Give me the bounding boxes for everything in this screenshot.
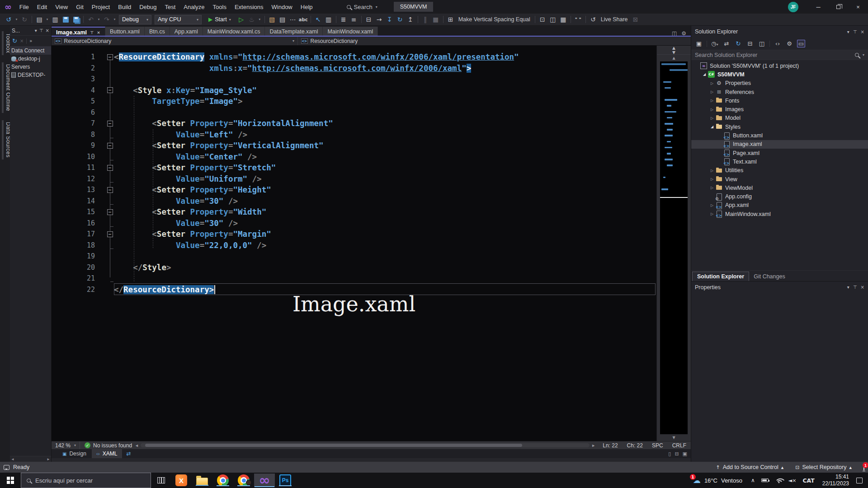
code-line-6[interactable]: 6 (52, 107, 656, 118)
restart-icon[interactable]: ↻ (395, 14, 405, 25)
pending-changes-filter-icon[interactable]: ◷▾ (711, 40, 719, 47)
enable-selection-icon[interactable]: ↖ (313, 14, 323, 25)
code-line-15[interactable]: 15− <Setter Property="Width" (52, 206, 656, 218)
pin-icon[interactable]: ⊤ (853, 285, 857, 290)
restore-button[interactable] (828, 0, 848, 14)
tree-item-model[interactable]: ▷Model (691, 114, 868, 122)
dropdown-caret-icon[interactable]: ▾ (45, 14, 50, 25)
code-line-13[interactable]: 13− <Setter Property="Height" (52, 184, 656, 196)
tree-item-properties[interactable]: ▷⚙Properties (691, 79, 868, 88)
pin-icon[interactable]: ⊤ (853, 29, 857, 34)
menu-build[interactable]: Build (114, 0, 135, 14)
server-item-servers[interactable]: Servers (10, 63, 51, 71)
document-window-icon[interactable]: ▤ (278, 14, 288, 25)
menu-test[interactable]: Test (160, 0, 179, 14)
menu-extensions[interactable]: Extensions (231, 0, 268, 14)
fold-collapse-icon[interactable]: − (107, 231, 113, 237)
properties-icon[interactable]: ⚙ (785, 40, 793, 47)
refresh-icon[interactable]: ↻ (12, 38, 17, 44)
search-button[interactable]: Search ▾ (342, 2, 382, 12)
add-to-source-control-button[interactable]: ↑ Add to Source Control ▴ (716, 464, 784, 470)
wifi-icon[interactable] (772, 478, 785, 483)
navigate-back-icon[interactable]: ↺ (4, 14, 14, 25)
code-line-9[interactable]: 9− <Setter Property="VerticalAlignment" (52, 140, 656, 151)
save-icon[interactable] (61, 14, 71, 25)
tab-button-xaml[interactable]: Button.xaml (105, 27, 145, 37)
expander-closed-icon[interactable]: ▷ (709, 90, 715, 94)
more-options-icon[interactable]: ⋯ (288, 14, 298, 25)
code-line-16[interactable]: 16 Value="30" /> (52, 218, 656, 229)
expander-closed-icon[interactable]: ▷ (709, 186, 715, 190)
menu-window[interactable]: Window (268, 0, 297, 14)
minimap[interactable] (660, 61, 688, 434)
view-code-icon[interactable]: ‹› (774, 40, 782, 47)
taskbar-app-xampp[interactable]: X (171, 474, 192, 486)
dropdown-caret-icon[interactable]: ▾ (112, 14, 117, 25)
code-line-7[interactable]: 7− <Setter Property="HorizontalAlignment… (52, 118, 656, 129)
code-line-4[interactable]: 4− <Style x:Key="Image_Style" (52, 85, 656, 96)
dropdown-caret-icon[interactable]: ▾ (96, 14, 101, 25)
expander-open-icon[interactable]: ◢ (702, 72, 707, 76)
expander-closed-icon[interactable]: ▷ (709, 108, 715, 112)
clock[interactable]: 15:41 22/11/2023 (818, 474, 854, 487)
zoom-dropdown[interactable]: 142 % ▾ (52, 441, 80, 449)
close-icon[interactable]: × (46, 28, 49, 33)
close-icon[interactable]: × (861, 29, 864, 34)
fold-collapse-icon[interactable]: − (107, 187, 113, 193)
code-line-2[interactable]: 2 xmlns:x="http://schemas.microsoft.com/… (52, 63, 656, 74)
taskbar-app-chrome[interactable] (212, 474, 233, 486)
code-line-19[interactable]: 19 (52, 251, 656, 262)
server-item-desktop-j[interactable]: desktop-j (10, 55, 51, 63)
code-line-14[interactable]: 14 Value="30" /> (52, 196, 656, 207)
solution-explorer-search[interactable]: Search Solution Explorer ▾ (691, 50, 868, 60)
chevron-down-icon[interactable]: ▾ (35, 28, 37, 33)
expander-closed-icon[interactable]: ▷ (709, 99, 715, 103)
menu-help[interactable]: Help (297, 0, 317, 14)
tab-design[interactable]: ▣ Design (58, 449, 91, 458)
news-weather-widget[interactable]: ☁ 1 16°C Ventoso (688, 476, 748, 485)
fold-collapse-icon[interactable]: − (107, 87, 113, 93)
hscrollbar-thumb[interactable] (145, 444, 522, 447)
stop-icon[interactable]: ■ (431, 14, 441, 25)
code-line-1[interactable]: 1−<ResourceDictionary xmlns="http://sche… (52, 52, 656, 63)
overflow-icon[interactable]: » (29, 38, 32, 43)
sync-with-active-document-icon[interactable]: ⇄ (722, 40, 731, 47)
scroll-right-icon[interactable]: ► (47, 457, 50, 461)
scroll-right-icon[interactable]: ► (591, 443, 595, 448)
fold-collapse-icon[interactable]: − (107, 54, 113, 60)
keyboard-language-indicator[interactable]: CAT (799, 477, 817, 484)
breadcrumb-member-dropdown[interactable]: <> ResourceDictionary (298, 37, 361, 45)
refresh-icon[interactable]: ↻ (734, 40, 742, 47)
tree-item-s50mvvm[interactable]: ◢C#S50MVVM (691, 70, 868, 79)
line-ending-indicator[interactable]: CRLF (668, 442, 691, 449)
vertical-spacing-icon[interactable]: ⊞ (446, 14, 456, 25)
tab-mainwindow-xaml[interactable]: MainWindow.xaml (323, 27, 378, 37)
tree-item-references[interactable]: ▷⊞References (691, 88, 868, 96)
solution-configurations-dropdown[interactable]: Debug▾ (119, 15, 151, 24)
tree-item-app-xaml[interactable]: ▷App.xaml (691, 201, 868, 210)
expander-closed-icon[interactable]: ▷ (709, 81, 715, 85)
open-file-icon[interactable]: ▥ (50, 14, 60, 25)
vertical-split-icon[interactable]: ▯ (668, 451, 671, 457)
start-without-debugging-icon[interactable]: ▷ (236, 14, 246, 25)
avatar[interactable]: JF (788, 2, 798, 12)
tab-solution-explorer[interactable]: Solution Explorer (692, 272, 749, 281)
redo-icon[interactable]: ↷ (102, 14, 112, 25)
package-icon[interactable]: ▧ (267, 14, 277, 25)
format-document-icon[interactable]: ≣ (339, 14, 349, 25)
pin-icon[interactable]: ⊤ (39, 28, 43, 33)
fold-collapse-icon[interactable]: − (107, 121, 113, 127)
tree-item-text-xaml[interactable]: Text.xaml (691, 157, 868, 166)
scroll-down-icon[interactable]: ▼ (657, 434, 691, 441)
fold-collapse-icon[interactable]: − (107, 143, 113, 149)
pause-icon[interactable]: ‖ (420, 14, 430, 25)
start-button[interactable] (0, 473, 21, 488)
editor-hscrollbar[interactable]: ◄ ► (135, 443, 595, 448)
code-editor[interactable]: 1−<ResourceDictionary xmlns="http://sche… (52, 46, 656, 441)
close-button[interactable]: × (848, 0, 868, 14)
expander-closed-icon[interactable]: ▷ (709, 177, 715, 181)
expander-closed-icon[interactable]: ▷ (709, 212, 715, 216)
tree-item-utilities[interactable]: ▷Utilities (691, 166, 868, 175)
start-debugging-button[interactable]: ▶Start▾ (205, 15, 235, 24)
pin-icon[interactable]: ⊤ (90, 30, 94, 35)
